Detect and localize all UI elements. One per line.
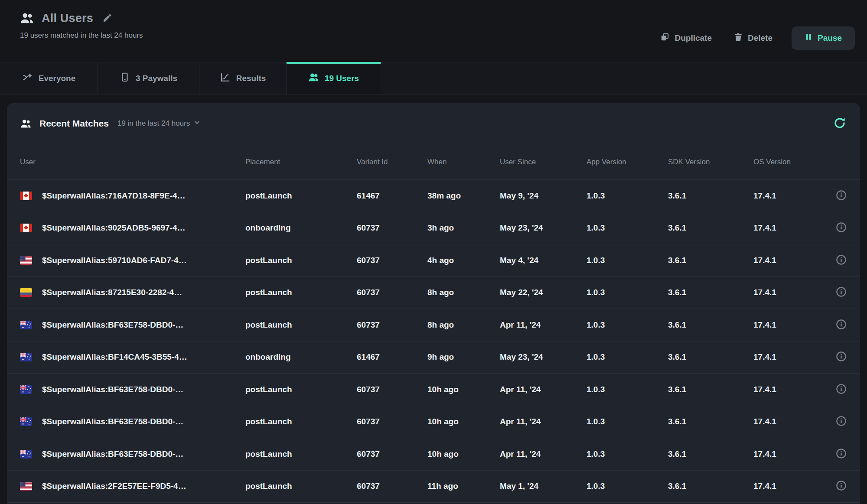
when-cell: 10h ago bbox=[427, 417, 500, 426]
when-cell: 9h ago bbox=[427, 352, 500, 362]
country-flag-icon bbox=[20, 224, 32, 232]
country-flag-icon bbox=[20, 417, 32, 426]
time-range-dropdown[interactable]: 19 in the last 24 hours bbox=[115, 118, 203, 129]
os-version-cell: 17.4.1 bbox=[753, 191, 823, 201]
refresh-button[interactable] bbox=[832, 116, 847, 132]
pencil-icon bbox=[102, 13, 112, 24]
table-row[interactable]: $SuperwallAlias:87215E30-2282-4… postLau… bbox=[7, 277, 860, 309]
row-info-button[interactable] bbox=[835, 286, 847, 299]
delete-label: Delete bbox=[748, 33, 772, 43]
when-cell: 4h ago bbox=[427, 256, 500, 265]
app-version-cell: 1.0.3 bbox=[587, 288, 668, 297]
user-since-cell: May 23, '24 bbox=[500, 223, 587, 233]
duplicate-label: Duplicate bbox=[675, 33, 712, 43]
os-version-cell: 17.4.1 bbox=[753, 288, 823, 297]
user-since-cell: May 9, '24 bbox=[500, 191, 587, 201]
column-header-user-since: User Since bbox=[500, 158, 587, 166]
when-cell: 10h ago bbox=[427, 449, 500, 459]
edit-title-button[interactable] bbox=[100, 11, 114, 26]
variant-id-cell: 61467 bbox=[357, 191, 427, 201]
os-version-cell: 17.4.1 bbox=[753, 385, 823, 394]
app-version-cell: 1.0.3 bbox=[587, 449, 668, 459]
placement-cell: postLaunch bbox=[245, 256, 357, 265]
user-since-cell: Apr 11, '24 bbox=[500, 449, 587, 459]
tab-users[interactable]: 19 Users bbox=[287, 62, 381, 94]
sdk-version-cell: 3.6.1 bbox=[668, 385, 753, 394]
placement-cell: postLaunch bbox=[245, 385, 357, 394]
placement-cell: postLaunch bbox=[245, 320, 357, 330]
duplicate-button[interactable]: Duplicate bbox=[657, 32, 714, 45]
country-flag-icon bbox=[20, 482, 32, 491]
row-info-button[interactable] bbox=[835, 383, 847, 396]
sdk-version-cell: 3.6.1 bbox=[668, 320, 753, 330]
when-cell: 10h ago bbox=[427, 385, 500, 394]
column-header-user: User bbox=[20, 158, 245, 166]
when-cell: 3h ago bbox=[427, 223, 500, 233]
sdk-version-cell: 3.6.1 bbox=[668, 223, 753, 233]
user-alias: $SuperwallAlias:716A7D18-8F9E-4… bbox=[42, 191, 186, 201]
table-row[interactable]: $SuperwallAlias:BF63E758-DBD0-… postLaun… bbox=[7, 438, 860, 471]
sdk-version-cell: 3.6.1 bbox=[668, 256, 753, 265]
row-info-button[interactable] bbox=[835, 480, 847, 493]
row-info-button[interactable] bbox=[835, 319, 847, 332]
os-version-cell: 17.4.1 bbox=[753, 481, 823, 491]
app-version-cell: 1.0.3 bbox=[587, 191, 668, 201]
tab-paywalls[interactable]: 3 Paywalls bbox=[98, 62, 199, 94]
app-version-cell: 1.0.3 bbox=[587, 417, 668, 426]
placement-cell: postLaunch bbox=[245, 288, 357, 297]
table-row[interactable]: $SuperwallAlias:2F2E57EE-F9D5-4… postLau… bbox=[7, 471, 860, 503]
sdk-version-cell: 3.6.1 bbox=[668, 288, 753, 297]
when-cell: 8h ago bbox=[427, 320, 500, 330]
variant-id-cell: 60737 bbox=[357, 320, 427, 330]
title-block: All Users 19 users matched in the last 2… bbox=[19, 9, 143, 62]
user-alias: $SuperwallAlias:2F2E57EE-F9D5-4… bbox=[42, 481, 186, 491]
pause-button[interactable]: Pause bbox=[792, 26, 855, 50]
column-header-app-version: App Version bbox=[587, 158, 668, 166]
table-row[interactable]: $SuperwallAlias:BF63E758-DBD0-… postLaun… bbox=[7, 374, 860, 406]
user-alias: $SuperwallAlias:87215E30-2282-4… bbox=[42, 288, 182, 297]
time-range-label: 19 in the last 24 hours bbox=[117, 119, 190, 128]
variant-id-cell: 60737 bbox=[357, 481, 427, 491]
table-row[interactable]: $SuperwallAlias:59710AD6-FAD7-4… postLau… bbox=[7, 244, 860, 277]
table-row[interactable]: $SuperwallAlias:BF63E758-DBD0-… postLaun… bbox=[7, 406, 860, 439]
row-info-button[interactable] bbox=[835, 254, 847, 267]
column-header-variant-id: Variant Id bbox=[357, 158, 427, 166]
app-version-cell: 1.0.3 bbox=[587, 223, 668, 233]
column-header-when: When bbox=[427, 158, 500, 166]
info-icon bbox=[835, 448, 847, 461]
table-row[interactable]: $SuperwallAlias:9025ADB5-9697-4… onboard… bbox=[7, 212, 860, 245]
tab-results[interactable]: Results bbox=[199, 62, 287, 94]
info-icon bbox=[835, 415, 847, 428]
sdk-version-cell: 3.6.1 bbox=[668, 481, 753, 491]
table-row[interactable]: $SuperwallAlias:BF63E758-DBD0-… postLaun… bbox=[7, 309, 860, 341]
panel-header: Recent Matches 19 in the last 24 hours bbox=[7, 103, 860, 144]
table-body: $SuperwallAlias:716A7D18-8F9E-4… postLau… bbox=[7, 180, 860, 503]
chevron-down-icon bbox=[193, 119, 201, 128]
row-info-button[interactable] bbox=[835, 189, 847, 202]
table-row[interactable]: $SuperwallAlias:716A7D18-8F9E-4… postLau… bbox=[7, 180, 860, 212]
app-version-cell: 1.0.3 bbox=[587, 352, 668, 362]
variant-id-cell: 60737 bbox=[357, 449, 427, 459]
user-since-cell: May 23, '24 bbox=[500, 352, 587, 362]
row-info-button[interactable] bbox=[835, 415, 847, 428]
placement-cell: onboarding bbox=[245, 223, 357, 233]
user-alias: $SuperwallAlias:BF63E758-DBD0-… bbox=[42, 320, 183, 330]
user-alias: $SuperwallAlias:9025ADB5-9697-4… bbox=[42, 223, 186, 233]
phone-icon bbox=[120, 72, 130, 85]
row-info-button[interactable] bbox=[835, 221, 847, 234]
user-alias: $SuperwallAlias:BF63E758-DBD0-… bbox=[42, 385, 183, 394]
delete-button[interactable]: Delete bbox=[731, 32, 775, 44]
users-icon bbox=[20, 117, 32, 130]
sdk-version-cell: 3.6.1 bbox=[668, 417, 753, 426]
page-title: All Users bbox=[42, 12, 93, 25]
table-row[interactable]: $SuperwallAlias:BF14CA45-3B55-4… onboard… bbox=[7, 341, 860, 374]
row-info-button[interactable] bbox=[835, 351, 847, 364]
recent-matches-panel: Recent Matches 19 in the last 24 hours bbox=[7, 103, 860, 504]
tab-everyone[interactable]: Everyone bbox=[0, 62, 98, 94]
placement-cell: onboarding bbox=[245, 352, 357, 362]
country-flag-icon bbox=[20, 321, 32, 329]
table-header-row: User Placement Variant Id When User Sinc… bbox=[7, 144, 860, 180]
row-info-button[interactable] bbox=[835, 448, 847, 461]
column-header-placement: Placement bbox=[245, 158, 357, 166]
user-alias: $SuperwallAlias:59710AD6-FAD7-4… bbox=[42, 256, 187, 265]
